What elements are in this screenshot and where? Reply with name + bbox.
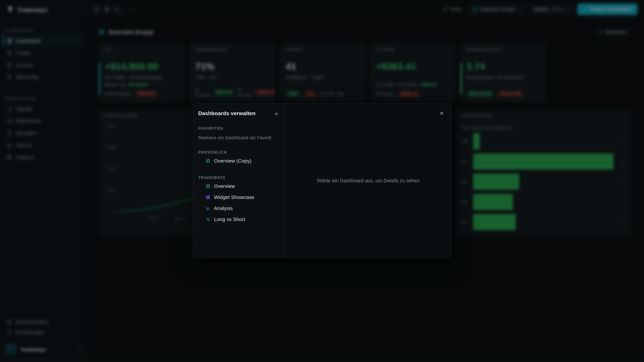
arrows-up-down-icon: [206, 217, 210, 222]
sidebar-section-label: WERKZEUGE: [9, 96, 36, 101]
dashboard-list-item-overview[interactable]: Overview: [198, 181, 280, 191]
sidebar-item-label: Dashboard: [16, 38, 40, 44]
weekday-count: 4: [614, 139, 625, 143]
share-button[interactable]: Teilen: [441, 5, 464, 13]
weekday-label: Do.: [462, 200, 473, 204]
grid-3x3-icon: [206, 195, 210, 200]
plus-icon: [582, 7, 587, 11]
sidebar-item-journal[interactable]: Journal: [3, 60, 83, 70]
pencil-icon: [600, 30, 604, 34]
edit-button[interactable]: Bearbeiten: [595, 27, 632, 37]
personal-section-label: PERSÖNLICH: [198, 150, 280, 155]
weekday-label: Fr.: [462, 220, 473, 224]
sidebar-item-label: Journal: [16, 62, 32, 68]
history-icon[interactable]: [127, 5, 135, 13]
divider: [280, 56, 366, 56]
grid-layout-icon[interactable]: [103, 5, 111, 13]
card-label: TRADES: [286, 47, 360, 52]
topbar-left-controls: [91, 4, 135, 15]
card-value: 71%: [195, 61, 269, 72]
weekday-label: Di.: [462, 159, 473, 164]
share-label: Teilen: [450, 6, 462, 12]
add-trades-button[interactable]: Trades hinzufügen: [578, 4, 637, 15]
sidebar-item-label: Watchlisten: [16, 118, 42, 124]
user-menu[interactable]: Tradeways: [3, 342, 83, 357]
dashboard-list-item-analysis[interactable]: Analysis: [198, 203, 280, 213]
modal-title: Dashboards verwalten: [198, 110, 280, 116]
weekday-bar: [473, 133, 480, 149]
trade-count-label: 41 Trades: [376, 82, 396, 87]
sidebar-item-dokumentation[interactable]: Dokumentation: [3, 317, 83, 327]
card-label: P&L: [105, 47, 178, 52]
card-footer: 29W 12L Ø 2.05 / Tag: [286, 87, 360, 97]
avatar: [6, 344, 16, 355]
sidebar-section-label: ÜBERSICHT: [9, 28, 34, 33]
sidebar-item-label: Alarme: [16, 142, 32, 148]
worst-day-label: Schlechtester: [105, 91, 131, 96]
card-value: 3.74: [466, 61, 540, 72]
signal-icon: [7, 106, 12, 112]
card-label: Ø TRADE: [376, 47, 450, 52]
sidebar-item-einstellungen[interactable]: Einstellungen: [3, 327, 83, 338]
section-dot-icon: [5, 98, 7, 99]
weekday-bar-row: Di.15: [462, 153, 625, 170]
bar-chart-icon: [206, 206, 210, 211]
divider: [460, 56, 546, 56]
sidebar-item-label: Simulator: [16, 130, 37, 136]
topbar: Teilen Overview (Copy) Default 100%: [86, 0, 644, 18]
bookmark-icon[interactable]: [112, 5, 120, 13]
dashboard-grid-icon: [98, 29, 105, 35]
divider: [456, 121, 631, 122]
dashboard-list-item-overview-copy[interactable]: Overview (Copy): [198, 156, 280, 166]
avg-loss-label: Ø Verlust: [376, 91, 394, 96]
sidebar-section-tools: WERKZEUGE: [5, 96, 86, 101]
sidebar-item-label: Dokumentation: [16, 319, 48, 325]
avg-loss-label: Ø Verlust: [238, 87, 251, 97]
avg-win-label: Ø Gewinn: [195, 87, 210, 97]
dashboard-grid-icon: [206, 159, 210, 163]
dashboard-list-item-long-vs-short[interactable]: Long vs Short: [198, 215, 280, 224]
close-button[interactable]: [438, 110, 446, 117]
lifebuoy-icon: [7, 155, 12, 160]
app-logo-icon: [6, 6, 14, 13]
divider: [189, 56, 275, 56]
brand-name: Tradeways: [18, 6, 47, 13]
layout-selector[interactable]: Default 100%: [530, 4, 573, 15]
sidebar-item-simulator[interactable]: Simulator: [3, 128, 83, 138]
weekday-count: 15: [614, 160, 625, 164]
weekday-count: 7: [614, 200, 625, 204]
sidebar-item-label: Trades: [16, 50, 31, 56]
sidebar-item-label: Mentoring: [16, 74, 38, 80]
dashboard-selector[interactable]: Overview (Copy): [469, 4, 525, 15]
dashboard-list-item-widget-showcase[interactable]: Widget Showcase: [198, 192, 280, 202]
graduation-cap-icon: [7, 74, 12, 80]
weekday-bar: [473, 153, 614, 170]
sidebar-item-alarme[interactable]: Alarme: [3, 140, 83, 150]
stat-card-profit-factor: GEWINNFAKTOR 3.74 Bruttogewinn / Bruttov…: [460, 42, 546, 102]
card-value: +$363.41: [376, 61, 450, 72]
layout-selector-value: Default: [533, 6, 548, 12]
weekday-count: 7: [614, 220, 625, 224]
sidebar-item-dashboard[interactable]: Dashboard: [3, 35, 83, 46]
weekday-bar-track: [473, 133, 614, 149]
add-dashboard-button[interactable]: [273, 110, 280, 118]
weekday-count: 8: [614, 180, 625, 184]
panel-left-icon[interactable]: [93, 5, 101, 13]
sidebar-item-support[interactable]: Support: [3, 152, 83, 163]
trades-note: Ø 2.05 / Tag: [320, 91, 344, 96]
sidebar-section-overview: ÜBERSICHT: [5, 28, 86, 33]
sidebar-item-mentoring[interactable]: Mentoring: [3, 72, 83, 82]
card-footer: Bester Tag $3,150.00 Schlechtester -$750…: [105, 79, 178, 97]
view-controls-group: [91, 4, 122, 15]
sidebar-item-trades[interactable]: Trades: [3, 48, 83, 58]
share-icon: [443, 7, 448, 11]
sidebar-item-label: Support: [16, 154, 33, 160]
weekday-bar-track: [473, 153, 614, 170]
chevron-down-icon: [518, 7, 521, 11]
sidebar-item-watchlisten[interactable]: Watchlisten: [3, 116, 83, 126]
sidebar-item-signale[interactable]: Signale: [3, 104, 83, 114]
watchlist-icon: [7, 118, 12, 124]
weekday-bar: [473, 194, 513, 210]
card-value: +$14,900.00: [105, 61, 178, 72]
avg-win-value: $694.05: [213, 89, 235, 96]
